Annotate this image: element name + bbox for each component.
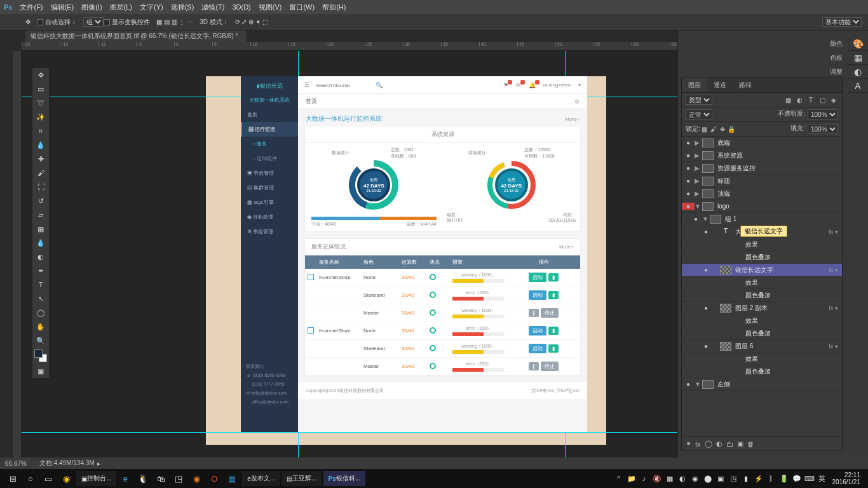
tab-layers[interactable]: 图层 <box>682 78 707 92</box>
status-chevron[interactable]: ▸ <box>97 460 100 467</box>
tray-2[interactable]: ♪ <box>638 475 651 482</box>
autoselect-mode[interactable]: 组 <box>83 17 104 27</box>
tray-kb[interactable]: ⌨ <box>803 475 816 483</box>
nav-cluster[interactable]: ▤ 集群管理 <box>241 180 298 195</box>
hamburger-icon[interactable]: ☰ <box>304 82 309 88</box>
task-doc[interactable]: ▤ 王亚辉... <box>281 471 322 486</box>
tray-msg[interactable]: 💬 <box>790 475 803 483</box>
lasso-tool[interactable]: ➰ <box>32 96 49 110</box>
start-button[interactable]: ⊞ <box>4 471 22 486</box>
filter-shape-icon[interactable]: ▢ <box>818 97 827 104</box>
tray-8[interactable]: ◳ <box>727 475 740 483</box>
more-link[interactable]: More+ <box>559 244 574 250</box>
fill[interactable]: 100% <box>808 124 838 134</box>
align-icons[interactable]: ▦ ▤ ▥ ⋮ ⋯ <box>156 18 193 25</box>
layer-row[interactable]: ●银信长远文字fx ▾ <box>682 264 842 276</box>
history-brush[interactable]: ↺ <box>32 194 49 208</box>
menu-layer[interactable]: 图层(L) <box>110 3 132 12</box>
filter-pixel-icon[interactable]: ▦ <box>783 97 792 104</box>
nav-service[interactable]: ○ 服务 <box>241 137 298 151</box>
gear-icon[interactable]: ⚙ <box>574 98 580 105</box>
dodge-tool[interactable]: ◐ <box>32 250 49 264</box>
tab-channels[interactable]: 通道 <box>707 78 733 92</box>
pen-tool[interactable]: ✒ <box>32 264 49 278</box>
nav-home[interactable]: 首页 <box>241 107 298 122</box>
adjust-icon[interactable]: ◐ <box>848 65 868 79</box>
opera-icon[interactable]: O <box>205 471 223 486</box>
lock-trans-icon[interactable]: ▦ <box>700 126 709 133</box>
quickmask[interactable]: ▣ <box>32 364 49 378</box>
document-tab[interactable]: 银信科技大数据一体机系统界面首页.tif @ 66.7% (银信长远文字, RG… <box>25 30 247 42</box>
search-input[interactable] <box>316 83 373 88</box>
filter-adjust-icon[interactable]: ◐ <box>795 97 804 104</box>
layer-row[interactable]: 效果 <box>682 315 842 327</box>
wand-tool[interactable]: ✨ <box>32 110 49 124</box>
msg-icon[interactable]: ✉ <box>516 82 521 88</box>
row-extra-btn[interactable]: ▮ <box>548 273 559 281</box>
store-icon[interactable]: 🛍 <box>152 471 170 486</box>
swatch-icon[interactable]: ▦ <box>848 51 868 65</box>
tray-bt[interactable]: ᛒ <box>765 475 778 482</box>
blur-tool[interactable]: 💧 <box>32 236 49 250</box>
layer-row[interactable]: ●图层 6fx ▾ <box>682 340 842 353</box>
new-icon[interactable]: ▣ <box>737 440 743 448</box>
taskview-icon[interactable]: ▭ <box>39 471 57 486</box>
search-icon[interactable]: 🔍 <box>376 82 383 88</box>
tab-paths[interactable]: 路径 <box>733 78 758 92</box>
task-ps[interactable]: Ps 银信科... <box>323 471 366 486</box>
brush-tool[interactable]: 🖌 <box>32 166 49 180</box>
edge-icon[interactable]: e <box>116 471 134 486</box>
trash-icon[interactable]: 🗑 <box>747 440 754 448</box>
menu-select[interactable]: 选择(S) <box>171 3 194 12</box>
path-tool[interactable]: ↖ <box>32 292 49 306</box>
crop-tool[interactable]: ⌗ <box>32 124 49 138</box>
row-extra-btn[interactable]: ▮ <box>548 344 559 353</box>
gradient-tool[interactable]: ▦ <box>32 222 49 236</box>
menu-filter[interactable]: 滤镜(T) <box>201 3 224 12</box>
layer-row[interactable]: 颜色叠加 <box>682 289 842 302</box>
layer-row[interactable]: ●▶底端 <box>682 137 842 149</box>
layer-tree[interactable]: ●▶底端●▶系统资源●▶资源服务监控●▶标题●▶顶端●▼logo●▼组 1●T大… <box>682 137 842 437</box>
layer-row[interactable]: 颜色叠加 <box>682 251 842 264</box>
stamp-tool[interactable]: ⛶ <box>32 180 49 194</box>
layer-row[interactable]: 效果 <box>682 353 842 365</box>
chevron-down-icon[interactable]: ▾ <box>578 82 581 88</box>
fx-icon[interactable]: fx <box>695 440 701 448</box>
menu-help[interactable]: 帮助(H) <box>322 3 346 12</box>
menu-window[interactable]: 窗口(W) <box>289 3 315 12</box>
ime[interactable]: 英 <box>816 474 829 484</box>
canvas[interactable]: ◗ 银信长远 大数据一体机系统 首页 ▦ 运行监控 ○ 服务 ○ 运动组件 ▣ … <box>22 51 677 458</box>
filter-smart-icon[interactable]: ◈ <box>829 97 838 104</box>
lock-pixel-icon[interactable]: 🖌 <box>709 126 718 133</box>
lock-all-icon[interactable]: 🔒 <box>727 126 736 133</box>
flag-icon[interactable]: ⚑ <box>503 82 508 88</box>
row-checkbox[interactable] <box>308 327 314 334</box>
lbl-color[interactable]: 颜色 <box>830 37 848 51</box>
tray-6[interactable]: ⬤ <box>702 475 714 483</box>
color-swatch[interactable] <box>32 348 49 364</box>
tray-4[interactable]: ◐ <box>676 475 689 483</box>
tray-bat[interactable]: 🔋 <box>778 475 790 483</box>
layer-row[interactable]: 效果 <box>682 276 842 289</box>
row-checkbox[interactable] <box>308 274 314 280</box>
menu-3d[interactable]: 3D(D) <box>232 3 250 11</box>
qq-icon[interactable]: 🐧 <box>134 471 152 486</box>
heal-tool[interactable]: ✚ <box>32 152 49 166</box>
menu-type[interactable]: 文字(Y) <box>140 3 163 12</box>
menu-edit[interactable]: 编辑(E) <box>51 3 74 12</box>
row-action-btn[interactable]: 启动 <box>529 273 546 282</box>
row-extra-btn[interactable]: ▮ <box>548 327 559 335</box>
tray-7[interactable]: ▣ <box>714 475 727 483</box>
row-stop-btn[interactable]: 停止 <box>541 308 559 318</box>
row-action-btn[interactable]: 启动 <box>529 344 546 353</box>
workspace-select[interactable]: 基本功能 <box>822 17 862 27</box>
layer-row[interactable]: ●▶资源服务监控 <box>682 162 842 175</box>
cortana-icon[interactable]: ○ <box>22 471 39 486</box>
filter-type-icon[interactable]: T <box>806 97 815 104</box>
lbl-adjust[interactable]: 调整 <box>830 65 848 79</box>
task-terminal[interactable]: ▣ 控制台... <box>76 471 116 486</box>
color-icon[interactable]: 🎨 <box>848 37 868 51</box>
layer-row[interactable]: ●▶标题 <box>682 175 842 187</box>
zoom-level[interactable]: 66.67% <box>5 460 27 467</box>
row-extra-btn[interactable]: ▮ <box>548 291 559 299</box>
